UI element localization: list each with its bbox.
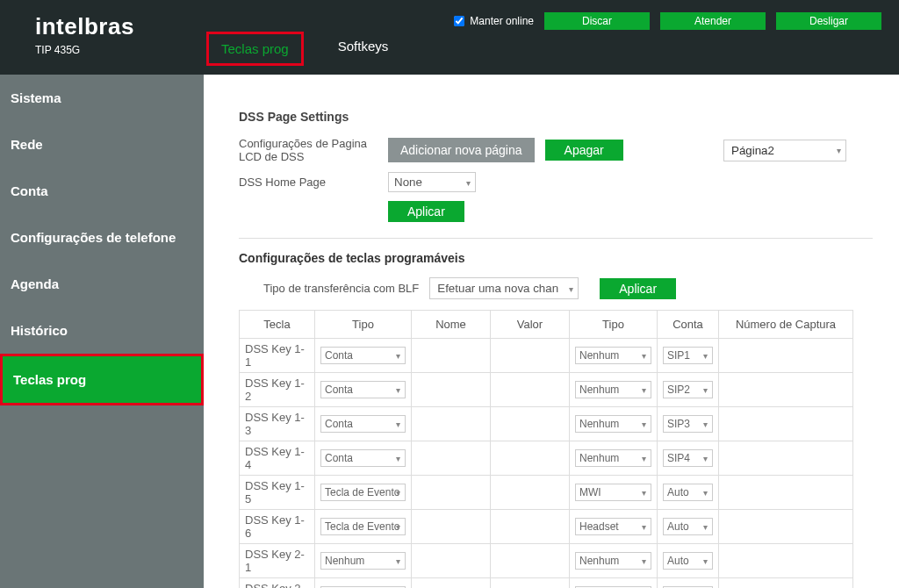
keep-online[interactable]: Manter online — [454, 15, 534, 27]
content: DSS Page Settings Configurações de Pagin… — [204, 75, 899, 588]
cell-value-input[interactable] — [496, 416, 564, 432]
col-value: Valor — [491, 311, 570, 339]
cell-account-select[interactable]: Auto — [663, 484, 713, 501]
divider — [239, 238, 873, 239]
cell-type1-select[interactable]: Conta — [320, 381, 406, 398]
cell-value-input[interactable] — [496, 519, 564, 534]
cell-type2-select[interactable]: Nenhum — [575, 449, 651, 467]
cell-key: DSS Key 1-6 — [240, 510, 315, 544]
sidebar-item-agenda[interactable]: Agenda — [0, 261, 204, 307]
answer-button[interactable]: Atender — [660, 12, 766, 30]
dss-title: DSS Page Settings — [239, 110, 873, 124]
cell-capture-input[interactable] — [724, 484, 847, 500]
cell-type2-select[interactable]: Nenhum — [575, 415, 651, 433]
cell-name-input[interactable] — [417, 450, 485, 466]
cell-type1-select[interactable]: Conta — [320, 415, 406, 433]
cell-type2-select[interactable]: Nenhum — [575, 552, 651, 570]
table-row: DSS Key 1-4ContaNenhumSIP4 — [240, 441, 853, 476]
sidebar-item-phone[interactable]: Configurações de telefone — [0, 214, 204, 261]
cell-key: DSS Key 1-4 — [240, 441, 315, 476]
dss-apply-button[interactable]: Aplicar — [388, 201, 464, 222]
cell-type2-select[interactable]: Nenhum — [575, 347, 651, 364]
sidebar-item-account[interactable]: Conta — [0, 168, 204, 214]
cell-type1-select[interactable]: Tecla de Evento — [320, 484, 406, 501]
col-name: Nome — [412, 311, 491, 339]
keys-apply-button[interactable]: Aplicar — [600, 278, 676, 299]
cell-name-input[interactable] — [417, 519, 485, 534]
cell-key: DSS Key 1-2 — [240, 373, 315, 407]
tab-prog-keys[interactable]: Teclas prog — [206, 32, 304, 66]
logo-area: intelbras TIP 435G — [35, 13, 134, 56]
cell-value-input[interactable] — [496, 450, 564, 466]
cell-type1-select[interactable]: Conta — [320, 347, 406, 364]
top-bar: intelbras TIP 435G Manter online Discar … — [0, 0, 899, 75]
keys-table: Tecla Tipo Nome Valor Tipo Conta Número … — [239, 310, 853, 588]
tab-softkeys[interactable]: Softkeys — [326, 32, 401, 66]
col-type1: Tipo — [315, 311, 412, 339]
cell-account-select[interactable]: Auto — [663, 518, 713, 535]
cell-value-input[interactable] — [496, 553, 564, 569]
blf-label: Tipo de transferência com BLF — [263, 282, 419, 295]
table-row: DSS Key 1-6Tecla de EventoHeadsetAuto — [240, 510, 853, 544]
col-capture: Número de Captura — [719, 311, 853, 339]
keep-online-label: Manter online — [470, 15, 534, 27]
cell-value-input[interactable] — [496, 382, 564, 398]
cell-name-input[interactable] — [417, 382, 485, 398]
cell-capture-input[interactable] — [724, 382, 847, 398]
sidebar-item-prog-keys[interactable]: Teclas prog — [0, 354, 204, 405]
cell-value-input[interactable] — [496, 484, 564, 500]
brand-logo: intelbras — [35, 13, 134, 40]
tab-bar: Teclas prog Softkeys — [206, 32, 400, 66]
table-row: DSS Key 1-3ContaNenhumSIP3 — [240, 407, 853, 441]
cell-name-input[interactable] — [417, 553, 485, 569]
cell-type2-select[interactable]: Headset — [575, 518, 651, 535]
cell-account-select[interactable]: SIP2 — [663, 381, 713, 398]
cell-type1-select[interactable]: Tecla de Evento — [320, 518, 406, 535]
cell-capture-input[interactable] — [724, 348, 847, 363]
cell-type1-select[interactable]: Nenhum — [320, 552, 406, 570]
table-row: DSS Key 2-2NenhumNenhumAuto — [240, 578, 853, 589]
sidebar: Sistema Rede Conta Configurações de tele… — [0, 75, 204, 588]
cell-account-select[interactable]: SIP4 — [663, 449, 713, 467]
cell-capture-input[interactable] — [724, 553, 847, 569]
cell-account-select[interactable]: SIP1 — [663, 347, 713, 364]
cell-name-input[interactable] — [417, 348, 485, 363]
hangup-button[interactable]: Desligar — [776, 12, 881, 30]
dss-lcd-label: Configurações de Pagina LCD de DSS — [239, 137, 388, 163]
cell-type2-select[interactable]: MWI — [575, 484, 651, 501]
add-page-button[interactable]: Adicionar nova página — [388, 138, 535, 162]
table-header-row: Tecla Tipo Nome Valor Tipo Conta Número … — [240, 311, 853, 339]
cell-type2-select[interactable]: Nenhum — [575, 381, 651, 398]
cell-key: DSS Key 2-2 — [240, 578, 315, 589]
table-row: DSS Key 2-1NenhumNenhumAuto — [240, 544, 853, 578]
dss-home-label: DSS Home Page — [239, 176, 388, 189]
sidebar-item-system[interactable]: Sistema — [0, 75, 204, 121]
cell-name-input[interactable] — [417, 416, 485, 432]
cell-key: DSS Key 1-3 — [240, 407, 315, 441]
cell-capture-input[interactable] — [724, 450, 847, 466]
table-row: DSS Key 1-2ContaNenhumSIP2 — [240, 373, 853, 407]
blf-select[interactable]: Efetuar uma nova chan — [429, 277, 579, 299]
delete-page-button[interactable]: Apagar — [545, 140, 623, 161]
col-type2: Tipo — [570, 311, 658, 339]
cell-account-select[interactable]: Auto — [663, 552, 713, 570]
cell-capture-input[interactable] — [724, 519, 847, 534]
cell-capture-input[interactable] — [724, 416, 847, 432]
top-controls: Manter online Discar Atender Desligar — [454, 12, 881, 30]
cell-account-select[interactable]: SIP3 — [663, 415, 713, 433]
keep-online-checkbox[interactable] — [454, 16, 464, 26]
dial-button[interactable]: Discar — [544, 12, 650, 30]
sidebar-item-history[interactable]: Histórico — [0, 307, 204, 354]
model-label: TIP 435G — [35, 44, 134, 56]
dss-page-select[interactable]: Página2 — [723, 140, 846, 161]
dss-home-select[interactable]: None — [388, 172, 476, 192]
table-row: DSS Key 1-5Tecla de EventoMWIAuto — [240, 476, 853, 510]
sidebar-item-network[interactable]: Rede — [0, 121, 204, 168]
col-account: Conta — [658, 311, 719, 339]
col-key: Tecla — [240, 311, 315, 339]
table-row: DSS Key 1-1ContaNenhumSIP1 — [240, 339, 853, 373]
cell-key: DSS Key 2-1 — [240, 544, 315, 578]
cell-type1-select[interactable]: Conta — [320, 449, 406, 467]
cell-value-input[interactable] — [496, 348, 564, 363]
cell-name-input[interactable] — [417, 484, 485, 500]
